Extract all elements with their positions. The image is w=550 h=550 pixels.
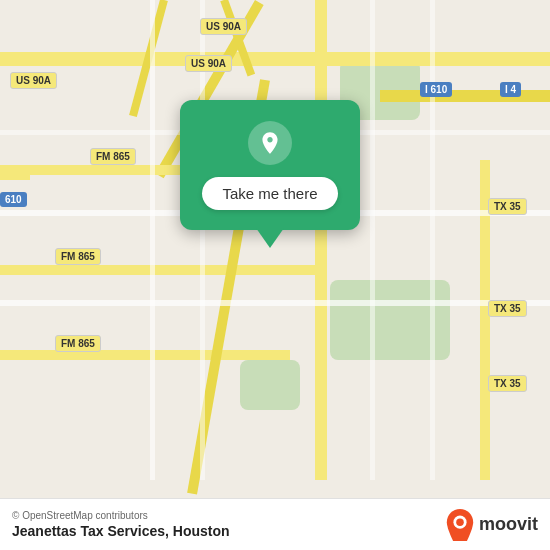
road-white-v3	[370, 0, 375, 480]
label-fm865-2: FM 865	[55, 248, 101, 265]
label-tx35-2: TX 35	[488, 300, 527, 317]
road-610-left	[0, 170, 30, 180]
road-us90a-h	[0, 52, 550, 66]
location-pin-icon	[257, 130, 283, 156]
road-v-main	[315, 0, 327, 480]
label-i4: I 4	[500, 82, 521, 97]
label-tx35-3: TX 35	[488, 375, 527, 392]
road-white-v2	[200, 0, 205, 480]
road-white-v1	[150, 0, 155, 480]
label-us90a-mid: US 90A	[185, 55, 232, 72]
bottom-left-info: © OpenStreetMap contributors Jeanettas T…	[12, 510, 230, 539]
road-fm865-2	[0, 265, 320, 275]
label-i610: I 610	[420, 82, 452, 97]
pin-icon-container	[248, 121, 292, 165]
moovit-pin-icon	[446, 509, 474, 541]
moovit-brand-text: moovit	[479, 514, 538, 535]
location-name: Jeanettas Tax Services, Houston	[12, 523, 230, 539]
label-fm865-3: FM 865	[55, 335, 101, 352]
moovit-logo: moovit	[446, 509, 538, 541]
map-background	[0, 0, 550, 550]
osm-attribution: © OpenStreetMap contributors	[12, 510, 230, 521]
bottom-bar: © OpenStreetMap contributors Jeanettas T…	[0, 498, 550, 550]
label-fm865-1: FM 865	[90, 148, 136, 165]
svg-point-1	[456, 518, 464, 526]
map-container: US 90A US 90A US 90A FM 865 FM 865 FM 86…	[0, 0, 550, 550]
road-i610	[380, 90, 550, 102]
label-us90a-top: US 90A	[200, 18, 247, 35]
take-me-there-button[interactable]: Take me there	[202, 177, 337, 210]
popup-card: Take me there	[180, 100, 360, 230]
park-area-2	[240, 360, 300, 410]
road-fm865-3	[0, 350, 290, 360]
label-tx35-1: TX 35	[488, 198, 527, 215]
road-white-h2	[0, 300, 550, 306]
road-white-v4	[430, 0, 435, 480]
label-610: 610	[0, 192, 27, 207]
label-us90a-left: US 90A	[10, 72, 57, 89]
